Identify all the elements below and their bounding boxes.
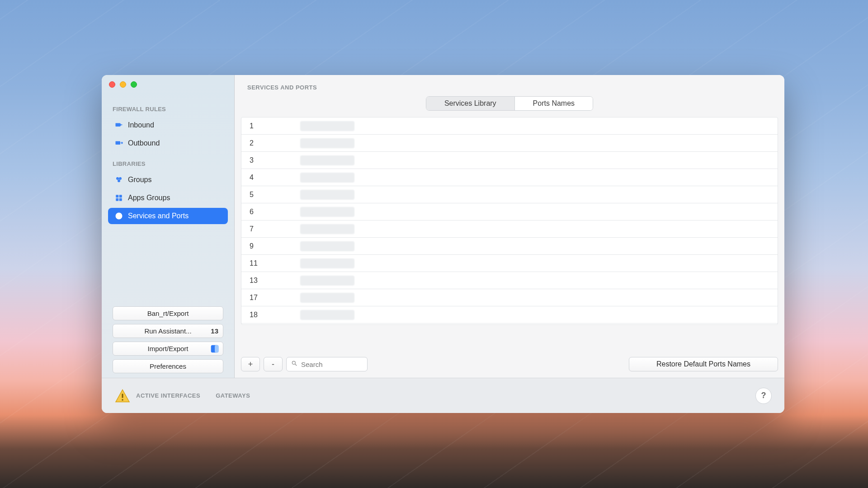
sidebar-item-label: Inbound [128, 121, 154, 129]
status-gateways[interactable]: GATEWAYS [216, 392, 250, 399]
port-name [300, 138, 778, 148]
port-name [300, 224, 778, 234]
run-assistant-button[interactable]: Run Assistant... 13 [113, 324, 223, 338]
sidebar-item-outbound[interactable]: Outbound [108, 135, 228, 151]
tab-services-library[interactable]: Services Library [426, 97, 514, 110]
status-bar: ACTIVE INTERFACES GATEWAYS ? [102, 378, 784, 413]
close-icon[interactable] [109, 81, 115, 88]
zoom-icon[interactable] [131, 81, 137, 88]
help-button[interactable]: ? [755, 388, 772, 404]
port-name [300, 173, 778, 183]
redacted-text [300, 258, 354, 268]
status-active-interfaces[interactable]: ACTIVE INTERFACES [114, 388, 200, 404]
port-number: 1 [241, 122, 300, 130]
apps-groups-icon [114, 193, 123, 202]
port-name [300, 190, 778, 200]
table-row[interactable]: 3 [241, 152, 778, 169]
search-icon [291, 360, 297, 368]
restore-defaults-button[interactable]: Restore Default Ports Names [629, 357, 778, 371]
redacted-text [300, 224, 354, 234]
ban-export-button[interactable]: Ban_rt/Export [113, 306, 223, 320]
port-number: 2 [241, 139, 300, 147]
svg-point-12 [292, 361, 295, 364]
question-icon: ? [761, 391, 766, 400]
redacted-text [300, 310, 354, 320]
sidebar-section-libraries: LIBRARIES [102, 152, 234, 171]
warning-icon [114, 388, 131, 404]
status-label: ACTIVE INTERFACES [136, 392, 200, 399]
table-row[interactable]: 4 [241, 169, 778, 186]
svg-rect-8 [119, 198, 122, 201]
sidebar-item-label: Apps Groups [128, 194, 170, 202]
tab-bar: Services Library Ports Names [235, 96, 784, 117]
table-row[interactable]: 1 [241, 117, 778, 135]
sidebar-item-label: Services and Ports [128, 212, 189, 220]
table-row[interactable]: 11 [241, 255, 778, 272]
port-name [300, 155, 778, 165]
ports-table[interactable]: 1234567911131718 [241, 117, 778, 325]
port-number: 18 [241, 311, 300, 319]
port-name [300, 276, 778, 286]
main-panel: SERVICES AND PORTS Services Library Port… [235, 75, 784, 378]
preferences-button[interactable]: Preferences [113, 359, 223, 373]
sidebar-item-apps-groups[interactable]: Apps Groups [108, 190, 228, 206]
svg-rect-15 [122, 399, 123, 400]
groups-icon [114, 175, 123, 184]
svg-rect-5 [116, 195, 118, 197]
button-label: Ban_rt/Export [147, 310, 189, 317]
sidebar-item-inbound[interactable]: Inbound [108, 117, 228, 133]
svg-rect-1 [116, 141, 121, 145]
import-export-button[interactable]: Import/Export [113, 342, 223, 356]
port-name [300, 121, 778, 131]
table-row[interactable]: 5 [241, 186, 778, 203]
status-label: GATEWAYS [216, 392, 250, 399]
svg-point-4 [118, 179, 120, 182]
redacted-text [300, 173, 354, 183]
table-row[interactable]: 2 [241, 135, 778, 152]
redacted-text [300, 276, 354, 286]
sidebar-item-groups[interactable]: Groups [108, 172, 228, 188]
table-row[interactable]: 7 [241, 221, 778, 238]
svg-point-3 [119, 177, 122, 180]
search-input[interactable] [301, 361, 363, 368]
redacted-text [300, 155, 354, 165]
redacted-text [300, 293, 354, 303]
run-assistant-badge: 13 [211, 327, 218, 335]
app-window: FIREWALL RULES Inbound Outbound LIBRARIE… [102, 75, 784, 413]
port-name [300, 207, 778, 217]
search-field[interactable] [286, 357, 368, 371]
add-button[interactable]: + [241, 357, 260, 371]
table-row[interactable]: 9 [241, 238, 778, 255]
port-name [300, 258, 778, 268]
remove-button[interactable]: - [264, 357, 283, 371]
port-number: 11 [241, 259, 300, 267]
table-toolbar: + - Restore Default Ports Names [235, 352, 784, 378]
table-row[interactable]: 13 [241, 272, 778, 289]
redacted-text [300, 138, 354, 148]
table-row[interactable]: 17 [241, 289, 778, 306]
sidebar-section-firewall: FIREWALL RULES [102, 98, 234, 116]
svg-rect-6 [119, 195, 122, 197]
globe-icon [114, 211, 123, 221]
svg-line-13 [295, 364, 297, 366]
segmented-control: Services Library Ports Names [426, 96, 593, 111]
plus-icon: + [248, 360, 253, 369]
sidebar: FIREWALL RULES Inbound Outbound LIBRARIE… [102, 75, 235, 378]
tab-ports-names[interactable]: Ports Names [514, 97, 593, 110]
inbound-icon [114, 121, 123, 130]
port-number: 17 [241, 294, 300, 302]
outbound-icon [114, 139, 123, 148]
sidebar-item-services-ports[interactable]: Services and Ports [108, 208, 228, 224]
sidebar-buttons: Ban_rt/Export Run Assistant... 13 Import… [102, 306, 234, 373]
redacted-text [300, 121, 354, 131]
table-row[interactable]: 6 [241, 203, 778, 221]
port-number: 6 [241, 208, 300, 216]
table-row[interactable]: 18 [241, 306, 778, 324]
minimize-icon[interactable] [120, 81, 126, 88]
svg-rect-7 [116, 198, 118, 201]
button-label: Import/Export [147, 345, 188, 352]
finder-icon [210, 344, 219, 353]
ports-table-wrap: 1234567911131718 [235, 117, 784, 352]
sidebar-spacer [102, 225, 234, 306]
port-number: 5 [241, 191, 300, 199]
